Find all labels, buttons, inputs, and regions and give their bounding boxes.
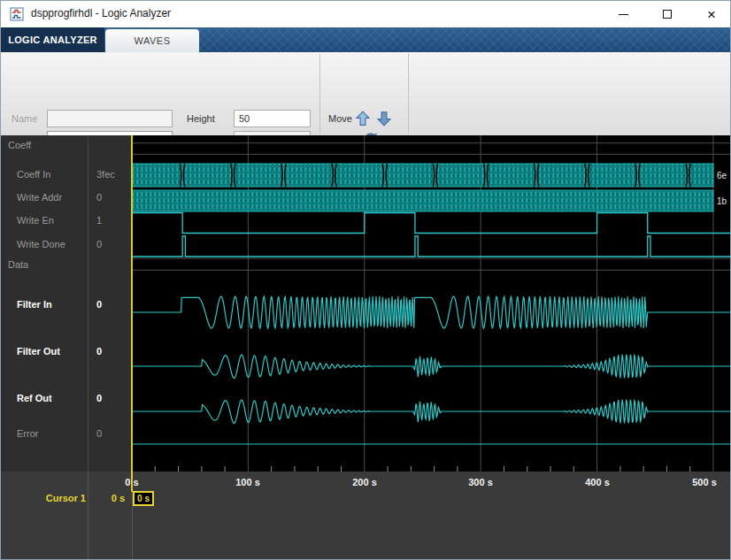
app-icon [10,7,24,21]
signal-row[interactable]: Filter Out0 [1,346,132,360]
move-label: Move [328,110,352,127]
minimize-icon [619,14,628,15]
axis-tick-label: 100 s [221,477,274,487]
waves-toolstrip: Name Radix Use Global Setting Format Ana… [1,52,731,135]
height-label: Height [187,110,215,127]
axis-footer: 0 s 100 s 200 s 300 s 400 s 500 s Cursor… [1,472,731,560]
signal-row[interactable]: Coeff [1,140,132,154]
time-cursor-line[interactable] [131,135,133,492]
window-title: dspprogfirhdl - Logic Analyzer [31,7,171,19]
maximize-button[interactable] [652,1,682,27]
cursor-label: Cursor 1 [1,493,86,503]
tab-logic-analyzer[interactable]: LOGIC ANALYZER [1,27,104,52]
toolstrip-tab-bar: LOGIC ANALYZER WAVES ? [1,27,731,52]
signal-row[interactable]: Data [1,259,132,273]
axis-tick-label: 400 s [571,477,624,487]
signal-row[interactable]: Write Addr0 [1,192,132,206]
footer-divider [88,472,88,560]
maximize-icon [663,10,672,19]
cursor-flag[interactable]: 0 s [133,491,154,506]
move-down-button[interactable] [376,111,392,127]
axis-tick-label: 500 s [678,477,731,487]
axis-tick-label: 200 s [338,477,391,487]
signal-row[interactable]: Write Done0 [1,239,132,253]
signal-row[interactable]: Ref Out0 [1,393,132,407]
close-icon: × [707,7,716,22]
signal-row[interactable]: Filter In0 [1,299,132,313]
waveform-display: 6e1b Coeff Coeff In3fec Write Addr0 Writ… [1,135,731,472]
name-label: Name [12,110,37,127]
axis-tick-label: 300 s [454,477,507,487]
signal-row[interactable]: Error0 [1,428,132,442]
signal-row[interactable]: Write En1 [1,215,132,229]
close-button[interactable]: × [696,1,727,27]
section-divider [319,54,320,134]
name-input[interactable] [47,110,173,127]
svg-text:6e: 6e [717,171,727,180]
svg-text:1b: 1b [717,196,727,206]
waveform-canvas[interactable]: 6e1b [132,135,731,472]
signal-row[interactable]: Coeff In3fec [1,169,132,183]
minimize-button[interactable] [608,1,638,27]
tab-waves[interactable]: WAVES [105,29,199,52]
title-bar: dspprogfirhdl - Logic Analyzer × [1,1,731,27]
cursor-value: 0 s [88,493,125,503]
section-divider [408,54,409,134]
move-up-button[interactable] [355,111,371,127]
height-input[interactable] [234,110,311,127]
